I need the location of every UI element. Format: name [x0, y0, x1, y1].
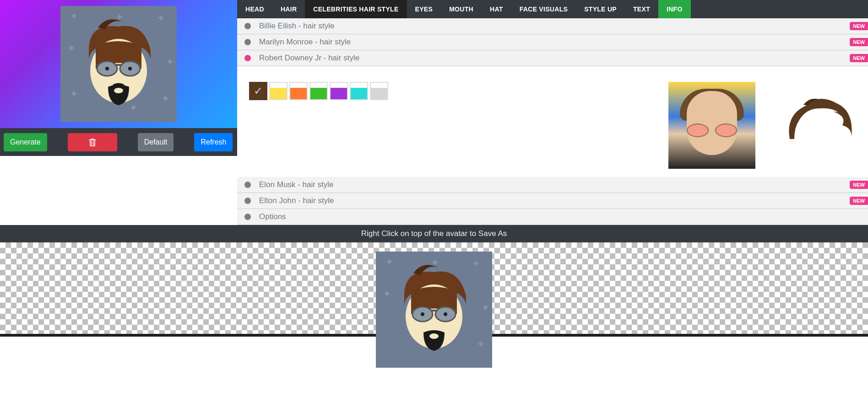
acc-item-elon-musk[interactable]: Elon Musk - hair style NEW — [237, 177, 868, 193]
tab-info[interactable]: INFO — [658, 0, 691, 18]
action-bar: Generate Default Refresh — [0, 128, 237, 156]
swatch-gray[interactable] — [370, 82, 388, 100]
bullet-icon — [244, 182, 251, 188]
bullet-icon — [244, 39, 251, 45]
tab-hat[interactable]: HAT — [482, 0, 511, 18]
bullet-icon — [244, 198, 251, 204]
bullet-icon — [244, 214, 251, 220]
acc-label: Robert Downey Jr - hair style — [259, 54, 359, 63]
swatch-green[interactable] — [309, 82, 328, 100]
delete-button[interactable] — [68, 133, 117, 151]
svg-point-11 — [421, 312, 424, 316]
bullet-icon — [244, 23, 251, 29]
tab-celebrities-hair-style[interactable]: CELEBRITIES HAIR STYLE — [305, 0, 407, 18]
svg-point-13 — [429, 333, 439, 339]
svg-point-6 — [114, 88, 123, 93]
acc-item-robert-downey-jr[interactable]: Robert Downey Jr - hair style NEW — [237, 50, 868, 66]
avatar-preview-stage: ✦✦✦ ✦✦✦ ✦✦ — [0, 0, 237, 128]
tab-bar: HEAD HAIR CELEBRITIES HAIR STYLE EYES MO… — [237, 0, 868, 18]
swatch-cyan[interactable] — [350, 82, 368, 100]
default-button[interactable]: Default — [138, 133, 174, 151]
acc-label: Options — [259, 212, 286, 221]
acc-item-elton-john[interactable]: Elton John - hair style NEW — [237, 193, 868, 209]
avatar-face — [80, 18, 157, 110]
tab-eyes[interactable]: EYES — [407, 0, 441, 18]
acc-item-options[interactable]: Options — [237, 209, 868, 225]
acc-item-marilyn-monroe[interactable]: Marilyn Monroe - hair style NEW — [237, 34, 868, 50]
export-avatar[interactable]: ✦✦✦ ✦✦✦ — [376, 252, 492, 368]
svg-point-5 — [128, 67, 132, 70]
left-panel: ✦✦✦ ✦✦✦ ✦✦ — [0, 0, 237, 225]
save-hint: Right Click on top of the avatar to Save… — [0, 225, 868, 242]
new-badge: NEW — [850, 38, 868, 46]
acc-label: Elon Musk - hair style — [259, 180, 334, 189]
svg-point-12 — [444, 312, 447, 316]
avatar-preview[interactable]: ✦✦✦ ✦✦✦ ✦✦ — [60, 6, 177, 122]
acc-item-billie-eilish[interactable]: Billie Eilish - hair style NEW — [237, 18, 868, 34]
swatch-brown[interactable] — [249, 82, 267, 100]
swatch-purple[interactable] — [330, 82, 348, 100]
tab-face-visuals[interactable]: FACE VISUALS — [511, 0, 576, 18]
tab-hair[interactable]: HAIR — [272, 0, 305, 18]
tab-style-up[interactable]: STYLE UP — [576, 0, 625, 18]
refresh-button[interactable]: Refresh — [194, 133, 233, 151]
hair-style-preview — [783, 96, 856, 150]
bullet-icon — [244, 55, 251, 61]
new-badge: NEW — [850, 181, 868, 189]
celebrity-accordion: Billie Eilish - hair style NEW Marilyn M… — [237, 18, 868, 225]
generate-button[interactable]: Generate — [4, 133, 47, 151]
export-canvas: ✦✦✦ ✦✦✦ — [0, 242, 868, 334]
swatch-orange[interactable] — [289, 82, 308, 100]
hair-color-swatches — [249, 82, 388, 100]
acc-content-rdj — [237, 66, 868, 177]
new-badge: NEW — [850, 54, 868, 62]
acc-label: Billie Eilish - hair style — [259, 21, 334, 31]
acc-label: Elton John - hair style — [259, 196, 334, 205]
tab-mouth[interactable]: MOUTH — [441, 0, 482, 18]
new-badge: NEW — [850, 22, 868, 30]
celebrity-reference-photo — [668, 82, 755, 169]
tab-text[interactable]: TEXT — [625, 0, 658, 18]
acc-label: Marilyn Monroe - hair style — [259, 38, 351, 47]
tab-head[interactable]: HEAD — [237, 0, 272, 18]
new-badge: NEW — [850, 197, 868, 205]
swatch-yellow[interactable] — [269, 82, 288, 100]
svg-point-4 — [105, 67, 109, 70]
right-panel: HEAD HAIR CELEBRITIES HAIR STYLE EYES MO… — [237, 0, 868, 225]
trash-icon — [88, 138, 97, 147]
avatar-face — [395, 264, 473, 355]
